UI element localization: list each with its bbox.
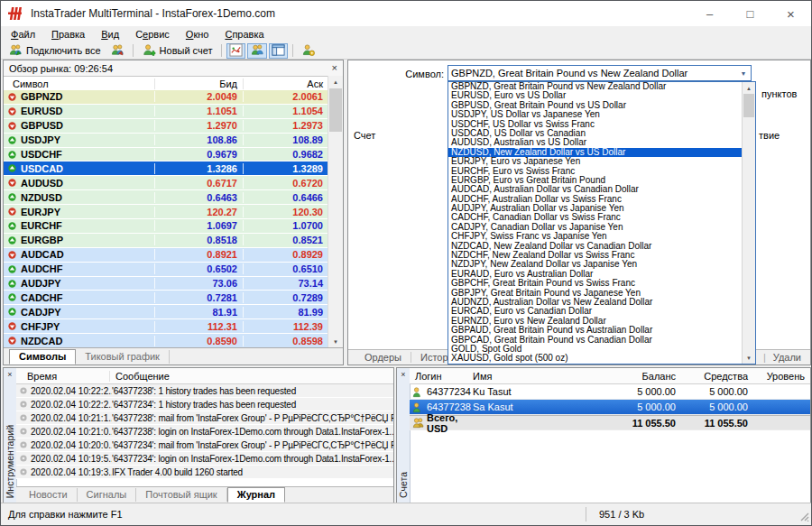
column-ask[interactable]: Аск — [244, 78, 328, 89]
menu-item[interactable]: Справка — [217, 27, 272, 42]
menu-item[interactable]: Окно — [178, 27, 217, 42]
column-equity[interactable]: Средства — [676, 371, 748, 382]
dropdown-item[interactable]: USDJPY, US Dollar vs Japanese Yen — [448, 110, 743, 119]
market-watch-scrollbar[interactable]: ▲ ▼ — [328, 76, 343, 347]
dropdown-item[interactable]: CADJPY, Canadian Dollar vs Japanise Yen — [448, 223, 743, 232]
dropdown-item[interactable]: CHFJPY, Swiss Franc vs Japanise Yen — [448, 232, 743, 241]
disconnect-all-button[interactable] — [106, 42, 129, 60]
dropdown-item[interactable]: XAUUSD, Gold spot (500 oz) — [448, 354, 743, 363]
column-level[interactable]: Уровень — [748, 371, 810, 382]
delete-button-fragment[interactable]: Удали — [766, 352, 808, 363]
close-button[interactable]: × — [770, 1, 811, 26]
dropdown-item[interactable]: GBPJPY, Great Britain Pound vs Japanese … — [448, 289, 743, 298]
dropdown-item[interactable]: NZDCHF, New Zealand Dollar vs Swiss Fran… — [448, 251, 743, 260]
menu-item[interactable]: Сервис — [127, 27, 178, 42]
market-watch-row[interactable]: AUDCAD 0.8921 0.8929 — [4, 248, 328, 263]
tab-journal[interactable]: Журнал — [227, 487, 285, 503]
toggle-market-watch-button[interactable] — [226, 43, 245, 59]
dropdown-item[interactable]: AUDCHF, Australian Dollar vs Swiss Franc — [448, 195, 743, 204]
dropdown-item[interactable]: GBPUSD, Great Britain Pound vs US Dollar — [448, 101, 743, 110]
dropdown-item[interactable]: GOLD, Spot Gold — [448, 345, 743, 354]
menu-item[interactable]: Файл — [3, 27, 43, 42]
tab-tick-chart[interactable]: Тиковый график — [76, 350, 170, 364]
dropdown-item[interactable]: EURCHF, Euro vs Swiss Franc — [448, 167, 743, 176]
tab-news[interactable]: Новости — [20, 488, 78, 502]
symbol-combobox[interactable]: GBPNZD, Great Britain Pound vs New Zeala… — [448, 65, 752, 81]
options-button[interactable] — [297, 42, 320, 60]
market-watch-row[interactable]: USDJPY 108.86 108.89 — [4, 134, 328, 148]
connect-all-button[interactable]: Подключить все — [4, 42, 106, 60]
dropdown-item[interactable]: EURUSD, Euro vs US Dollar — [448, 91, 743, 100]
scroll-up-icon[interactable]: ▲ — [743, 82, 755, 94]
market-watch-row[interactable]: CADCHF 0.7281 0.7289 — [4, 291, 328, 305]
journal-row[interactable]: 2020.02.04 10:19:5... '64377234': login … — [16, 452, 393, 466]
dropdown-item[interactable]: EURGBP, Euro vs Great Britain Pound — [448, 176, 743, 185]
tab-signals[interactable]: Сигналы — [78, 488, 137, 502]
minimize-button[interactable]: – — [689, 1, 730, 26]
maximize-button[interactable]: □ — [730, 1, 770, 26]
accounts-close-icon[interactable]: × — [397, 370, 410, 379]
toggle-toolbox-button[interactable] — [269, 43, 288, 59]
journal-row[interactable]: 2020.02.04 10:22:2... '64377238': 1 hist… — [16, 384, 393, 398]
column-balance[interactable]: Баланс — [608, 371, 676, 382]
journal-row[interactable]: 2020.02.04 10:19:3... IFX Trader 4.00 bu… — [16, 466, 393, 479]
journal-row[interactable]: 2020.02.04 10:22:2... '64377234': 1 hist… — [16, 398, 393, 411]
dropdown-item[interactable]: EURAUD, Euro vs Australian Dollar — [448, 270, 743, 279]
market-watch-row[interactable]: AUDCHF 0.6502 0.6510 — [4, 263, 328, 277]
new-account-button[interactable]: Новый счет — [137, 42, 217, 60]
dropdown-item[interactable]: NZDCAD, New Zealand Dollar vs Canadian D… — [448, 242, 743, 251]
account-row[interactable]: Всего, USD 11 055.50 11 055.50 — [410, 415, 810, 430]
menu-item[interactable]: Вид — [93, 27, 127, 42]
dropdown-item[interactable]: EURJPY, Euro vs Japanese Yen — [448, 157, 743, 166]
dropdown-scrollbar[interactable]: ▲ ▼ — [742, 82, 755, 364]
menu-item[interactable]: Правка — [43, 27, 93, 42]
column-symbol[interactable]: Символ — [4, 78, 155, 89]
dropdown-item[interactable]: GBPAUD, Great Britain Pound vs Australia… — [448, 326, 743, 335]
dropdown-item[interactable]: GBPNZD, Great Britain Pound vs New Zeala… — [448, 82, 743, 91]
journal-row[interactable]: 2020.02.04 10:21:1... '64377238': mail f… — [16, 411, 393, 425]
market-watch-row[interactable]: EURCHF 1.0697 1.0700 — [4, 219, 328, 234]
column-time[interactable]: Время — [16, 371, 110, 382]
market-watch-row[interactable]: NZDCAD 0.8590 0.8598 — [4, 334, 328, 347]
market-watch-row[interactable]: EURGBP 0.8518 0.8521 — [4, 234, 328, 248]
dropdown-item[interactable]: GBPCAD, Great Britain Pound vs Canadian … — [448, 336, 743, 345]
market-watch-row[interactable]: USDCAD 1.3286 1.3289 — [4, 161, 328, 176]
dropdown-item[interactable]: AUDNZD, Australian Dollar vs New Zealand… — [448, 298, 743, 307]
scroll-down-icon[interactable]: ▼ — [743, 352, 755, 364]
dropdown-item[interactable]: EURNZD, Euro vs New Zealand Dollar — [448, 317, 743, 326]
dropdown-item[interactable]: EURCAD, Euro vs Canadian Dollar — [448, 307, 743, 316]
dropdown-item[interactable]: AUDJPY, Australian Dollar vs Japanise Ye… — [448, 204, 743, 213]
market-watch-row[interactable]: NZDUSD 0.6463 0.6466 — [4, 190, 328, 205]
dropdown-item[interactable]: USDCAD, US Dollar vs Canadian — [448, 129, 743, 138]
scrollbar-thumb[interactable] — [329, 88, 342, 132]
scrollbar-thumb[interactable] — [743, 94, 754, 117]
tab-orders[interactable]: Ордеры — [355, 352, 411, 363]
market-watch-row[interactable]: AUDUSD 0.6717 0.6720 — [4, 176, 328, 190]
dropdown-item[interactable]: CADCHF, Canadian Dollar vs Swiss Franc — [448, 213, 743, 222]
dropdown-item[interactable]: NZDUSD, New Zealand Dollar vs US Dollar — [448, 148, 743, 157]
column-login[interactable]: Логин — [410, 371, 473, 382]
market-watch-row[interactable]: CADJPY 81.91 81.99 — [4, 305, 328, 319]
column-bid[interactable]: Бид — [155, 78, 244, 89]
market-watch-row[interactable]: GBPUSD 1.2970 1.2973 — [4, 119, 328, 134]
dropdown-item[interactable]: AUDUSD, Australian vs US Dollar — [448, 138, 743, 147]
column-message[interactable]: Сообщение — [110, 371, 393, 382]
column-name[interactable]: Имя — [473, 371, 608, 382]
dropdown-item[interactable]: AUDCAD, Australian Dollar vs Canadian Do… — [448, 185, 743, 194]
tab-symbols[interactable]: Символы — [9, 349, 76, 365]
scroll-up-icon[interactable]: ▲ — [328, 76, 343, 88]
market-watch-row[interactable]: GBPNZD 2.0049 2.0061 — [4, 90, 328, 105]
toggle-accounts-button[interactable] — [247, 43, 267, 59]
market-watch-row[interactable]: CHFJPY 112.31 112.39 — [4, 319, 328, 334]
scroll-down-icon[interactable]: ▼ — [328, 336, 343, 347]
dropdown-item[interactable]: NZDJPY, New Zealand Dollar vs Japanise Y… — [448, 260, 743, 269]
market-watch-close-icon[interactable]: × — [332, 63, 337, 73]
toolbox-close-icon[interactable]: × — [4, 370, 16, 379]
account-row[interactable]: 64377234 Ku Tasut 5 000.00 5 000.00 — [410, 384, 810, 400]
tab-mailbox[interactable]: Почтовый ящик — [136, 488, 226, 502]
market-watch-row[interactable]: EURJPY 120.27 120.30 — [4, 205, 328, 219]
market-watch-row[interactable]: AUDJPY 73.06 73.14 — [4, 277, 328, 291]
chevron-down-icon[interactable]: ▼ — [736, 70, 751, 77]
market-watch-row[interactable]: EURUSD 1.1051 1.1054 — [4, 105, 328, 119]
resize-grip[interactable] — [800, 512, 809, 523]
